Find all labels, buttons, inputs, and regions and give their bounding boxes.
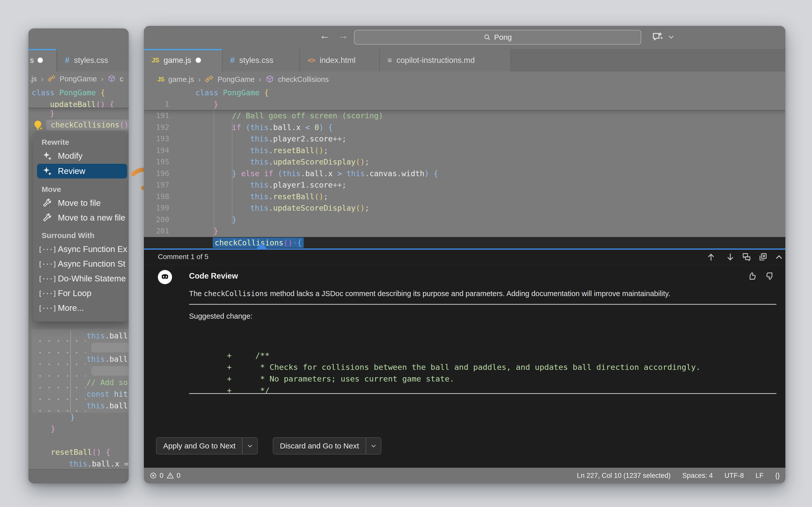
left-sticky-scroll: class PongGame { updateBall() {: [29, 87, 129, 108]
class-icon: [205, 75, 213, 83]
tab-game-js[interactable]: JS game.js: [144, 49, 222, 71]
search-icon: [484, 34, 491, 41]
tab-bar: JS game.js # styles.css <> index.html ≡ …: [144, 49, 785, 71]
menu-item-do-while-statement[interactable]: [···] Do-While Stateme: [33, 271, 129, 286]
tab-label: game.js: [164, 56, 191, 65]
thumbs-down-icon[interactable]: [765, 271, 775, 281]
html-icon: <>: [308, 56, 315, 64]
comments-icon[interactable]: [742, 252, 752, 262]
method-cube-icon: [108, 75, 116, 83]
warnings-status[interactable]: 0: [166, 472, 181, 480]
class-icon: [47, 75, 56, 83]
menu-item-label: Do-While Stateme: [58, 274, 126, 283]
window-toolbar: ← → Pong: [144, 26, 785, 49]
tab-label: s: [30, 56, 34, 65]
encoding-status[interactable]: UTF-8: [724, 472, 744, 480]
menu-item-label: More...: [58, 303, 84, 313]
left-editor-window: s # styles.css .js › PongGame ›: [29, 29, 129, 484]
body-text: The: [189, 289, 204, 298]
tab-label: styles.css: [239, 56, 273, 65]
menu-item-review[interactable]: Review: [37, 164, 127, 178]
errors-status[interactable]: 0: [149, 472, 163, 480]
breadcrumb[interactable]: JS game.js › PongGame › checkCollisions: [144, 72, 785, 87]
tab-game-js-partial[interactable]: s: [29, 49, 57, 71]
code-editor[interactable]: 191// Ball goes off screen (scoring) 192…: [144, 110, 785, 248]
css-icon: #: [230, 56, 235, 65]
body-text: method lacks a JSDoc comment describing …: [268, 289, 670, 298]
js-icon: JS: [157, 76, 164, 83]
chevron-right-icon: ›: [101, 74, 104, 83]
button-label: Apply and Go to Next: [157, 442, 242, 450]
left-window-titlebar: [29, 29, 129, 49]
chevron-down-icon[interactable]: [243, 443, 257, 449]
previous-comment-icon[interactable]: [706, 252, 716, 262]
close-all-comments-icon[interactable]: [758, 252, 768, 262]
context-menu: Rewrite Modify Review Move: [33, 132, 129, 322]
chevron-right-icon: ›: [198, 75, 201, 83]
forward-arrow-icon[interactable]: →: [338, 30, 348, 42]
main-editor-window: ← → Pong: [144, 26, 785, 484]
focused-code-line[interactable]: 202 checkCollisions()·{: [144, 237, 785, 249]
left-window-bottom-bar: [29, 469, 129, 484]
copilot-avatar: [158, 270, 172, 284]
tab-styles-css[interactable]: # styles.css: [222, 49, 300, 71]
divider: [189, 393, 776, 394]
comment-title: Code Review: [189, 272, 238, 281]
tab-label: index.html: [320, 56, 356, 65]
menu-item-label: Move to a new file: [58, 213, 125, 223]
eol-status[interactable]: LF: [755, 472, 764, 480]
tab-label: styles.css: [74, 56, 108, 65]
menu-item-modify[interactable]: Modify: [33, 149, 129, 163]
copilot-menu-button[interactable]: [652, 31, 674, 43]
brackets-ellipsis-icon: [···]: [42, 260, 53, 268]
next-comment-icon[interactable]: [725, 252, 735, 262]
menu-item-move-to-new-file[interactable]: Move to a new file: [33, 210, 129, 225]
discard-and-go-to-next-button[interactable]: Discard and Go to Next: [273, 437, 382, 455]
search-value: Pong: [494, 33, 512, 42]
menu-item-more[interactable]: [···] More...: [33, 301, 129, 315]
method-cube-icon: [265, 75, 274, 83]
menu-item-label: Modify: [58, 151, 83, 161]
comment-body: The checkCollisions method lacks a JSDoc…: [189, 288, 776, 299]
menu-item-label: Async Function St: [58, 259, 125, 269]
chevron-right-icon: ›: [259, 75, 261, 83]
breadcrumb-file: .js: [30, 75, 37, 83]
menu-item-label: Async Function Ex: [58, 244, 127, 254]
ghost-text-block: [91, 343, 129, 352]
left-breadcrumb[interactable]: .js › PongGame › c: [29, 71, 129, 86]
cursor-position-status[interactable]: Ln 227, Col 10 (1237 selected): [577, 472, 671, 480]
menu-item-label: Review: [58, 166, 85, 176]
tab-label: copilot-instructions.md: [397, 56, 475, 65]
indentation-status[interactable]: Spaces: 4: [682, 472, 713, 480]
menu-item-async-function-statement[interactable]: [···] Async Function St: [33, 257, 129, 271]
markdown-icon: ≡: [388, 56, 392, 65]
breadcrumb-file: game.js: [168, 75, 194, 83]
menu-item-for-loop[interactable]: [···] For Loop: [33, 286, 129, 301]
menu-item-async-function-expression[interactable]: [···] Async Function Ex: [33, 242, 129, 257]
menu-item-move-to-file[interactable]: Move to file: [33, 196, 129, 210]
sticky-scroll: 1 class PongGame { 201 }: [144, 87, 785, 111]
thumbs-up-icon[interactable]: [747, 271, 757, 281]
chevron-down-icon[interactable]: [366, 443, 381, 449]
diff-line-added: + */: [189, 373, 269, 396]
tab-styles-css[interactable]: # styles.css: [57, 49, 129, 71]
status-bar: 0 0 Ln 227, Col 10 (1237 selected) Space…: [144, 468, 785, 484]
css-icon: #: [65, 56, 69, 65]
panel-notch: [256, 243, 268, 250]
button-label: Discard and Go to Next: [273, 442, 366, 450]
ghost-text-block: [91, 366, 129, 376]
copilot-chat-icon: [652, 31, 664, 43]
tab-index-html[interactable]: <> index.html: [300, 49, 380, 71]
command-center-search[interactable]: Pong: [354, 30, 641, 45]
brackets-ellipsis-icon: [···]: [42, 245, 53, 253]
breadcrumb-class: PongGame: [217, 75, 255, 83]
sparkle-icon: [42, 166, 53, 176]
error-icon: [149, 472, 157, 480]
apply-and-go-to-next-button[interactable]: Apply and Go to Next: [156, 437, 258, 455]
language-brackets-status[interactable]: {}: [775, 472, 780, 480]
tab-copilot-instructions-md[interactable]: ≡ copilot-instructions.md: [380, 49, 511, 71]
left-tab-bar: s # styles.css: [29, 49, 129, 71]
back-arrow-icon[interactable]: ←: [319, 30, 330, 42]
comment-counter: Comment 1 of 5: [158, 253, 208, 261]
collapse-panel-icon[interactable]: [774, 252, 784, 262]
